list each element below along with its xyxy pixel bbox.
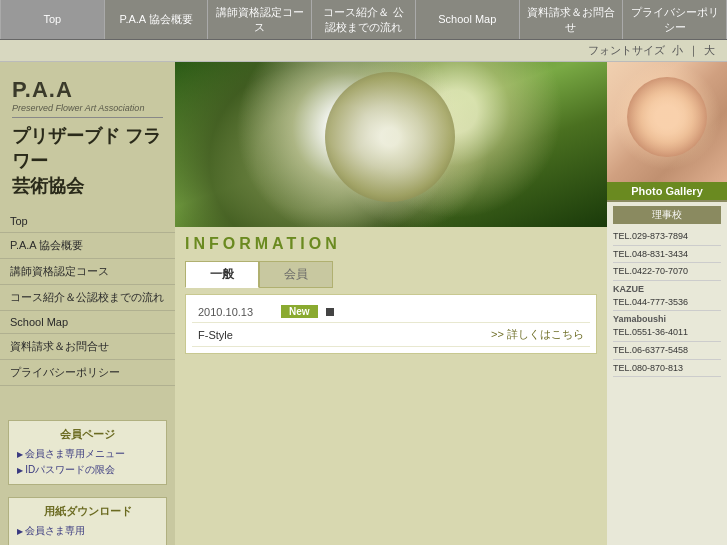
tabs-row: 一般 会員: [185, 261, 597, 288]
info-row-2: F-Style >> 詳しくはこちら: [192, 323, 590, 347]
sidebar-item-course[interactable]: 講師資格認定コース: [0, 259, 175, 285]
director-entry-3: TEL.044-777-3536: [613, 294, 721, 312]
font-size-label: フォントサイズ: [588, 44, 665, 56]
info-square-icon: [326, 308, 334, 316]
director-entry-5: TEL.06-6377-5458: [613, 342, 721, 360]
member-password-link[interactable]: IDパスワードの限会: [17, 462, 158, 478]
new-badge: New: [281, 305, 318, 318]
info-section: INFORMATION 一般 会員 2010.10.13 New F-Style…: [175, 227, 607, 545]
nav-item-inquiry[interactable]: 資料請求＆お問合せ: [520, 0, 624, 39]
nav-item-about[interactable]: P.A.A 協会概要: [105, 0, 209, 39]
logo-subtitle: Preserved Flower Art Association: [12, 103, 163, 118]
tab-general[interactable]: 一般: [185, 261, 259, 288]
font-size-bar: フォントサイズ 小 ｜ 大: [0, 40, 727, 62]
info-text: F-Style: [198, 329, 483, 341]
right-column: Photo Gallery 理事校 TEL.029-873-7894 TEL.0…: [607, 62, 727, 545]
sidebar-item-top[interactable]: Top: [0, 210, 175, 233]
photo-gallery-label[interactable]: Photo Gallery: [607, 182, 727, 200]
sidebar-item-inquiry[interactable]: 資料請求＆お問合せ: [0, 334, 175, 360]
download-link[interactable]: 会員さま専用: [17, 523, 158, 539]
info-detail-link[interactable]: >> 詳しくはこちら: [491, 327, 584, 342]
sidebar: P.A.A Preserved Flower Art Association プ…: [0, 62, 175, 545]
flower-overlay: [175, 62, 607, 227]
logo-japanese: プリザーブド フラワー芸術協会: [12, 124, 163, 200]
sidebar-item-map[interactable]: School Map: [0, 311, 175, 334]
nav-item-course[interactable]: 講師資格認定コース: [208, 0, 312, 39]
nav-item-privacy[interactable]: プライバシーポリシー: [623, 0, 727, 39]
director-title: 理事校: [613, 206, 721, 224]
info-row-1: 2010.10.13 New: [192, 301, 590, 323]
photo-gallery-image[interactable]: [607, 62, 727, 182]
logo-name: P.A.A: [12, 77, 163, 103]
director-entry-4: TEL.0551-36-4011: [613, 324, 721, 342]
director-section: 理事校 TEL.029-873-7894 TEL.048-831-3434 TE…: [607, 200, 727, 545]
director-entry-2: TEL.0422-70-7070: [613, 263, 721, 281]
director-name-4: Yamaboushi: [613, 314, 721, 324]
main-wrapper: P.A.A Preserved Flower Art Association プ…: [0, 62, 727, 545]
nav-item-top[interactable]: Top: [0, 0, 105, 39]
download-box-title: 用紙ダウンロード: [17, 504, 158, 519]
director-entry-1: TEL.048-831-3434: [613, 246, 721, 264]
info-title: INFORMATION: [185, 235, 597, 253]
tab-member[interactable]: 会員: [259, 261, 333, 288]
info-content: 2010.10.13 New F-Style >> 詳しくはこちら: [185, 294, 597, 354]
sidebar-item-flow[interactable]: コース紹介＆公認校までの流れ: [0, 285, 175, 311]
sidebar-item-privacy[interactable]: プライバシーポリシー: [0, 360, 175, 386]
logo-area: P.A.A Preserved Flower Art Association プ…: [0, 62, 175, 210]
font-size-small[interactable]: 小: [672, 44, 683, 56]
director-entry-0: TEL.029-873-7894: [613, 228, 721, 246]
member-box-title: 会員ページ: [17, 427, 158, 442]
sidebar-nav: Top P.A.A 協会概要 講師資格認定コース コース紹介＆公認校までの流れ …: [0, 210, 175, 414]
member-box: 会員ページ 会員さま専用メニュー IDパスワードの限会: [8, 420, 167, 485]
director-entry-6: TEL.080-870-813: [613, 360, 721, 378]
top-navigation: Top P.A.A 協会概要 講師資格認定コース コース紹介＆ 公認校までの流れ…: [0, 0, 727, 40]
sidebar-item-about[interactable]: P.A.A 協会概要: [0, 233, 175, 259]
photo-gallery-box: Photo Gallery: [607, 62, 727, 200]
nav-item-flow[interactable]: コース紹介＆ 公認校までの流れ: [312, 0, 416, 39]
download-box: 用紙ダウンロード 会員さま専用: [8, 497, 167, 545]
font-size-large[interactable]: 大: [704, 44, 715, 56]
hero-image: [175, 62, 607, 227]
member-menu-link[interactable]: 会員さま専用メニュー: [17, 446, 158, 462]
center-content: INFORMATION 一般 会員 2010.10.13 New F-Style…: [175, 62, 607, 545]
nav-item-map[interactable]: School Map: [416, 0, 520, 39]
info-date: 2010.10.13: [198, 306, 273, 318]
director-name-3: KAZUE: [613, 284, 721, 294]
